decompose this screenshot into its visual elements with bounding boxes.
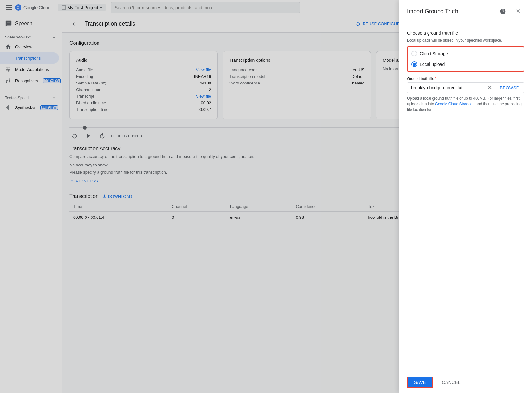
import-ground-truth-drawer: Import Ground Truth Choose a ground trut…	[399, 0, 532, 393]
choose-file-label: Choose a ground truth file	[407, 31, 524, 36]
drawer-help-icon[interactable]	[497, 5, 509, 18]
local-uploads-note: Local uploads will be stored in your spe…	[407, 38, 524, 43]
drawer-body: Choose a ground truth file Local uploads…	[399, 23, 532, 372]
local-upload-radio[interactable]	[411, 61, 417, 67]
cloud-storage-radio[interactable]	[411, 51, 417, 56]
drawer-close-icon[interactable]	[512, 5, 524, 18]
drawer-footer: SAVE CANCEL	[399, 372, 532, 393]
file-clear-button[interactable]: ✕	[485, 84, 495, 91]
ground-truth-file-input[interactable]	[407, 83, 485, 93]
google-cloud-storage-link[interactable]: Google Cloud Storage	[435, 102, 473, 106]
file-input-label: Ground truth file *	[407, 77, 524, 81]
storage-type-radio-group: Cloud Storage Local upload	[407, 46, 524, 72]
local-upload-label: Local upload	[420, 62, 445, 67]
drawer-header-icons	[497, 5, 524, 18]
file-input-row: ✕ BROWSE	[407, 82, 524, 93]
save-button[interactable]: SAVE	[407, 377, 433, 388]
cloud-storage-option[interactable]: Cloud Storage	[408, 48, 524, 59]
required-star: *	[435, 77, 436, 81]
browse-button[interactable]: BROWSE	[495, 83, 524, 93]
file-hint: Upload a local ground truth file of up t…	[407, 95, 524, 113]
drawer-header: Import Ground Truth	[399, 0, 532, 23]
local-upload-option[interactable]: Local upload	[408, 59, 524, 70]
cancel-button[interactable]: CANCEL	[437, 377, 466, 387]
cloud-storage-label: Cloud Storage	[420, 51, 448, 56]
drawer-title: Import Ground Truth	[407, 8, 458, 15]
